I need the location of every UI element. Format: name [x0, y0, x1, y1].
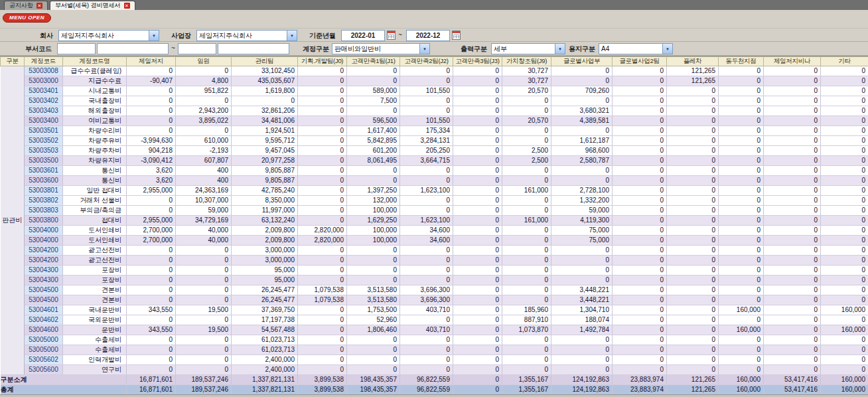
- amount-cell[interactable]: 0: [502, 256, 551, 266]
- account-code-cell[interactable]: 53003802: [25, 196, 63, 206]
- account-name-cell[interactable]: 인력개발비: [63, 355, 127, 365]
- amount-cell[interactable]: 0: [176, 345, 232, 355]
- table-row[interactable]: 53004602국외운반비0017,197,738052,96000887,91…: [1, 315, 868, 325]
- amount-cell[interactable]: 0: [551, 176, 613, 186]
- amount-cell[interactable]: 0: [400, 96, 453, 106]
- amount-cell[interactable]: 0: [667, 186, 719, 196]
- amount-cell[interactable]: 0: [667, 315, 719, 325]
- account-name-cell[interactable]: 포장비: [63, 276, 127, 285]
- amount-cell[interactable]: 160,000: [821, 305, 868, 315]
- column-header[interactable]: 고객만족3팀(J3): [453, 57, 502, 66]
- amount-cell[interactable]: 0: [400, 276, 453, 285]
- amount-cell[interactable]: 0: [232, 96, 298, 106]
- amount-cell[interactable]: 1,355,167: [502, 375, 551, 385]
- account-name-cell[interactable]: 접대비: [63, 216, 127, 226]
- amount-cell[interactable]: 0: [613, 315, 667, 325]
- amount-cell[interactable]: 53,417,416: [764, 375, 821, 385]
- column-header[interactable]: 고객만족2팀(J2): [400, 57, 453, 66]
- amount-cell[interactable]: 3,513,580: [347, 285, 400, 295]
- amount-cell[interactable]: 40,000: [176, 226, 232, 236]
- amount-cell[interactable]: 0: [298, 66, 347, 76]
- amount-cell[interactable]: 0: [821, 266, 868, 276]
- amount-cell[interactable]: 161,000: [502, 216, 551, 226]
- amount-cell[interactable]: 0: [400, 345, 453, 355]
- amount-cell[interactable]: 0: [551, 66, 613, 76]
- chevron-down-icon[interactable]: ▼: [419, 44, 429, 54]
- table-row[interactable]: 53004500견본비0026,245,4771,079,5383,513,58…: [1, 295, 868, 305]
- amount-cell[interactable]: 8,061,495: [347, 156, 400, 166]
- amount-cell[interactable]: 0: [127, 285, 176, 295]
- column-header[interactable]: 기획.개발팀(J0): [298, 57, 347, 66]
- amount-cell[interactable]: 19,500: [176, 305, 232, 315]
- amount-cell[interactable]: 0: [551, 256, 613, 266]
- account-name-cell[interactable]: 통신비: [63, 176, 127, 186]
- amount-cell[interactable]: 0: [453, 146, 502, 156]
- amount-cell[interactable]: 0: [176, 335, 232, 345]
- amount-cell[interactable]: 343,550: [127, 325, 176, 335]
- amount-cell[interactable]: 2,820,000: [298, 226, 347, 236]
- amount-cell[interactable]: 0: [347, 365, 400, 375]
- amount-cell[interactable]: 95,000: [232, 276, 298, 285]
- amount-cell[interactable]: 1,617,400: [347, 126, 400, 136]
- amount-cell[interactable]: 23,883,974: [613, 385, 667, 395]
- amount-cell[interactable]: 34,729,169: [176, 216, 232, 226]
- amount-cell[interactable]: 3,895,022: [176, 116, 232, 126]
- amount-cell[interactable]: 24,363,169: [176, 186, 232, 196]
- chevron-down-icon[interactable]: ▼: [287, 31, 297, 40]
- amount-cell[interactable]: 95,000: [232, 266, 298, 276]
- amount-cell[interactable]: 0: [613, 86, 667, 96]
- amount-cell[interactable]: 610,000: [176, 136, 232, 146]
- amount-cell[interactable]: 0: [613, 295, 667, 305]
- amount-cell[interactable]: 0: [613, 325, 667, 335]
- amount-cell[interactable]: 0: [502, 176, 551, 186]
- account-name-cell[interactable]: 차량수리비: [63, 126, 127, 136]
- amount-cell[interactable]: 0: [453, 176, 502, 186]
- amount-cell[interactable]: 0: [667, 365, 719, 375]
- amount-cell[interactable]: 3,513,580: [347, 295, 400, 305]
- account-code-cell[interactable]: 53003400: [25, 116, 63, 126]
- amount-cell[interactable]: 0: [127, 96, 176, 106]
- amount-cell[interactable]: 2,009,800: [232, 236, 298, 246]
- amount-cell[interactable]: 0: [453, 365, 502, 375]
- company-select[interactable]: 제일저지주식회사 ▼: [58, 30, 159, 41]
- amount-cell[interactable]: 0: [613, 196, 667, 206]
- table-row[interactable]: 53003500차량유지비-3,090,412607,80720,977,258…: [1, 156, 868, 166]
- amount-cell[interactable]: 0: [667, 246, 719, 256]
- account-name-cell[interactable]: 광고선전비: [63, 256, 127, 266]
- amount-cell[interactable]: 0: [127, 315, 176, 325]
- amount-cell[interactable]: 0: [821, 345, 868, 355]
- column-header[interactable]: 제일저지: [127, 57, 176, 66]
- amount-cell[interactable]: 0: [667, 146, 719, 156]
- amount-cell[interactable]: 0: [764, 365, 821, 375]
- table-row[interactable]: 53004000도서인쇄비2,700,00040,0002,009,8002,8…: [1, 236, 868, 246]
- amount-cell[interactable]: 0: [764, 305, 821, 315]
- amount-cell[interactable]: 0: [821, 76, 868, 86]
- amount-cell[interactable]: 30,727: [502, 76, 551, 86]
- amount-cell[interactable]: 0: [764, 156, 821, 166]
- amount-cell[interactable]: 0: [821, 276, 868, 285]
- account-name-cell[interactable]: 수출제비: [63, 335, 127, 345]
- amount-cell[interactable]: 0: [453, 186, 502, 196]
- amount-cell[interactable]: 0: [176, 96, 232, 106]
- column-header[interactable]: 구분: [1, 57, 25, 66]
- amount-cell[interactable]: 9,457,045: [232, 146, 298, 156]
- amount-cell[interactable]: 0: [453, 236, 502, 246]
- amount-cell[interactable]: 188,074: [551, 315, 613, 325]
- amount-cell[interactable]: 40,000: [176, 236, 232, 246]
- amount-cell[interactable]: 0: [667, 285, 719, 295]
- amount-cell[interactable]: 403,710: [400, 325, 453, 335]
- amount-cell[interactable]: 0: [764, 236, 821, 246]
- account-name-cell[interactable]: 일반 접대비: [63, 186, 127, 196]
- amount-cell[interactable]: 0: [613, 285, 667, 295]
- amount-cell[interactable]: 0: [502, 136, 551, 146]
- amount-cell[interactable]: 0: [453, 285, 502, 295]
- amount-cell[interactable]: 42,785,240: [232, 186, 298, 196]
- amount-cell[interactable]: -3,994,630: [127, 136, 176, 146]
- amount-cell[interactable]: 0: [667, 106, 719, 116]
- column-header[interactable]: 동두천지점: [719, 57, 764, 66]
- amount-cell[interactable]: 0: [127, 116, 176, 126]
- amount-cell[interactable]: 1,806,460: [347, 325, 400, 335]
- amount-cell[interactable]: 0: [453, 335, 502, 345]
- amount-cell[interactable]: 0: [613, 256, 667, 266]
- amount-cell[interactable]: 0: [298, 76, 347, 86]
